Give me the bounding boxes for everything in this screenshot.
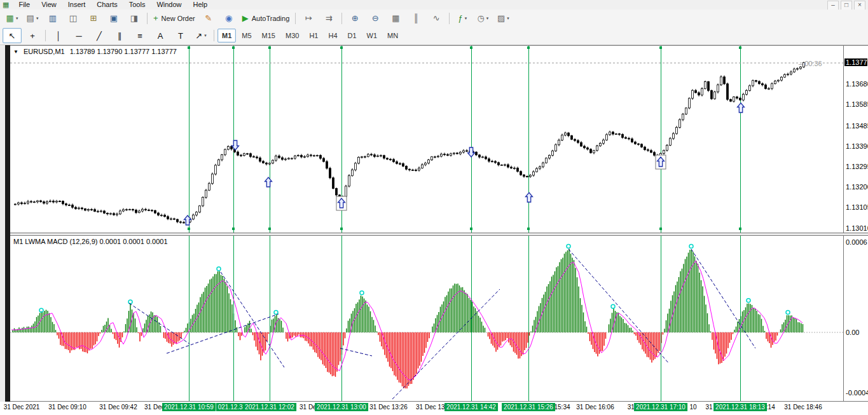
data-window-button[interactable]: ◫ bbox=[64, 11, 83, 26]
periods-button[interactable]: ◷▾ bbox=[473, 11, 492, 26]
menu-view[interactable]: View bbox=[36, 0, 62, 10]
profiles-icon: ▤ bbox=[27, 14, 34, 22]
community-icon: ◉ bbox=[225, 14, 232, 22]
macd-chart[interactable] bbox=[10, 236, 843, 401]
strategy-tester-button[interactable]: ◨ bbox=[125, 11, 144, 26]
text-tool[interactable]: A bbox=[151, 28, 170, 43]
timeframe-m15[interactable]: M15 bbox=[258, 29, 280, 43]
zoom-out-button[interactable]: ⊖ bbox=[366, 11, 385, 26]
bar-chart-icon: ║ bbox=[413, 14, 419, 22]
periods-icon: ◷ bbox=[477, 14, 484, 22]
new-order-button[interactable]: +New Order bbox=[151, 11, 198, 26]
chart-shift-button[interactable]: ↦ bbox=[299, 11, 318, 26]
dropdown-arrow-icon: ▾ bbox=[486, 16, 489, 21]
menu-items: FileViewInsertChartsToolsWindowHelp bbox=[13, 0, 213, 10]
current-price-tag: 1.13777 bbox=[844, 58, 867, 66]
time-axis[interactable]: 31 Dec 202131 Dec 09:1031 Dec 09:4231 De… bbox=[0, 402, 868, 415]
menu-bar: ▦ FileViewInsertChartsToolsWindowHelp –□… bbox=[0, 0, 868, 10]
line-chart-icon: ∿ bbox=[433, 14, 440, 22]
vertical-line-icon: │ bbox=[56, 32, 61, 40]
menu-charts[interactable]: Charts bbox=[91, 0, 123, 10]
profiles-button[interactable]: ▤▾ bbox=[23, 11, 42, 26]
buy-arrow-icon[interactable] bbox=[738, 103, 745, 112]
buy-arrow-icon[interactable] bbox=[526, 193, 533, 202]
zoom-out-icon: ⊖ bbox=[372, 14, 379, 22]
time-axis-label: 31 Dec 16:06 bbox=[576, 404, 614, 411]
bar-chart-button[interactable]: ║ bbox=[406, 11, 425, 26]
timeframe-m5[interactable]: M5 bbox=[237, 29, 256, 43]
zoom-in-button[interactable]: ⊕ bbox=[345, 11, 364, 26]
price-axis[interactable]: 1.136801.135851.134851.133901.132951.132… bbox=[843, 46, 868, 233]
event-time-label: 2021.12.31 10:59 bbox=[162, 403, 216, 411]
timeframe-mn[interactable]: MN bbox=[383, 29, 403, 43]
trendline-tool[interactable]: ╱ bbox=[90, 28, 109, 43]
macd-axis-label: 0.00 bbox=[846, 329, 859, 336]
new-chart-icon: ▦ bbox=[6, 14, 14, 22]
minimize-button[interactable]: – bbox=[827, 1, 839, 10]
macd-axis[interactable]: 0.00060.00-0.0004 bbox=[843, 236, 868, 401]
sell-arrow-icon[interactable] bbox=[232, 140, 239, 150]
menu-tools[interactable]: Tools bbox=[123, 0, 151, 10]
macd-axis-label: 0.0006 bbox=[846, 238, 867, 246]
new-chart-button[interactable]: ▦▾ bbox=[3, 11, 22, 26]
menu-file[interactable]: File bbox=[13, 0, 36, 10]
horizontal-line-icon: ─ bbox=[76, 32, 81, 40]
data-window-icon: ◫ bbox=[69, 14, 77, 22]
restore-button[interactable]: □ bbox=[841, 1, 852, 10]
menu-insert[interactable]: Insert bbox=[62, 0, 92, 10]
menu-help[interactable]: Help bbox=[188, 0, 214, 10]
price-axis-label: 1.13105 bbox=[846, 203, 868, 211]
tile-windows-icon: ▦ bbox=[392, 14, 399, 22]
event-time-label: 2021.12.31 14:42 bbox=[444, 403, 498, 411]
community-button[interactable]: ◉ bbox=[219, 11, 238, 26]
new-order-button-label: New Order bbox=[162, 15, 195, 22]
auto-scroll-button[interactable]: ⇉ bbox=[319, 11, 338, 26]
vertical-line-tool[interactable]: │ bbox=[49, 28, 68, 43]
toolbar-separator bbox=[449, 13, 450, 24]
channel-tool[interactable]: ∥ bbox=[110, 28, 129, 43]
dropdown-arrow-icon: ▾ bbox=[507, 16, 509, 21]
menu-window[interactable]: Window bbox=[151, 0, 187, 10]
templates-button[interactable]: ▨▾ bbox=[493, 11, 513, 26]
indicators-icon: ƒ bbox=[458, 14, 462, 22]
cursor-tool[interactable]: ↖ bbox=[3, 28, 22, 43]
autotrading-button[interactable]: ▶AutoTrading bbox=[240, 11, 293, 26]
price-chart[interactable] bbox=[10, 46, 843, 233]
fibonacci-tool[interactable]: ≡ bbox=[130, 28, 149, 43]
horizontal-line-tool[interactable]: ─ bbox=[69, 28, 88, 43]
dropdown-arrow-icon: ▾ bbox=[16, 16, 18, 21]
time-axis-label: 15:34 bbox=[554, 404, 570, 411]
label-tool[interactable]: T bbox=[171, 28, 190, 43]
price-panel[interactable]: ▼ EURUSD,M1 1.13789 1.13790 1.13777 1.13… bbox=[10, 46, 843, 233]
timeframe-h4[interactable]: H4 bbox=[324, 29, 341, 43]
autotrading-icon: ▶ bbox=[242, 14, 249, 22]
terminal-button[interactable]: ▣ bbox=[104, 11, 123, 26]
chart-window: ▼ EURUSD,M1 1.13789 1.13790 1.13777 1.13… bbox=[10, 45, 868, 402]
timeframe-w1[interactable]: W1 bbox=[362, 29, 382, 43]
line-chart-button[interactable]: ∿ bbox=[427, 11, 446, 26]
metaeditor-button[interactable]: ✎ bbox=[199, 11, 218, 26]
tile-windows-button[interactable]: ▦ bbox=[386, 11, 405, 26]
buy-arrow-icon[interactable] bbox=[265, 177, 272, 187]
time-axis-label: 10 bbox=[689, 404, 696, 411]
arrows-icon: ↗ bbox=[195, 32, 202, 40]
navigator-button[interactable]: ⊞ bbox=[84, 11, 103, 26]
close-button[interactable]: × bbox=[854, 1, 865, 10]
arrows-tool[interactable]: ↗▾ bbox=[191, 28, 210, 43]
timeframe-h1[interactable]: H1 bbox=[305, 29, 322, 43]
timeframe-m1[interactable]: M1 bbox=[217, 29, 236, 43]
macd-panel[interactable]: M1 LWMA MACD (12,26,9) 0.0001 0.0001 0.0… bbox=[10, 236, 843, 401]
standard-toolbar: ▦▾▤▾▥◫⊞▣◨+New Order✎◉▶AutoTrading↦⇉⊕⊖▦║∿… bbox=[0, 10, 868, 27]
price-axis-label: 1.13390 bbox=[846, 142, 868, 150]
label-icon: T bbox=[178, 32, 183, 40]
strategy-tester-icon: ◨ bbox=[130, 14, 138, 22]
timeframe-m30[interactable]: M30 bbox=[281, 29, 303, 43]
event-time-label: 2021.12.31 17:10 bbox=[634, 403, 687, 411]
market-watch-button[interactable]: ▥ bbox=[43, 11, 62, 26]
price-axis-label: 1.13295 bbox=[846, 163, 868, 170]
timeframe-d1[interactable]: D1 bbox=[343, 29, 361, 43]
crosshair-tool[interactable]: + bbox=[23, 28, 42, 43]
app-icon: ▦ bbox=[3, 1, 9, 9]
dropdown-arrow-icon: ▾ bbox=[36, 16, 39, 21]
indicators-button[interactable]: ƒ▾ bbox=[453, 11, 472, 26]
